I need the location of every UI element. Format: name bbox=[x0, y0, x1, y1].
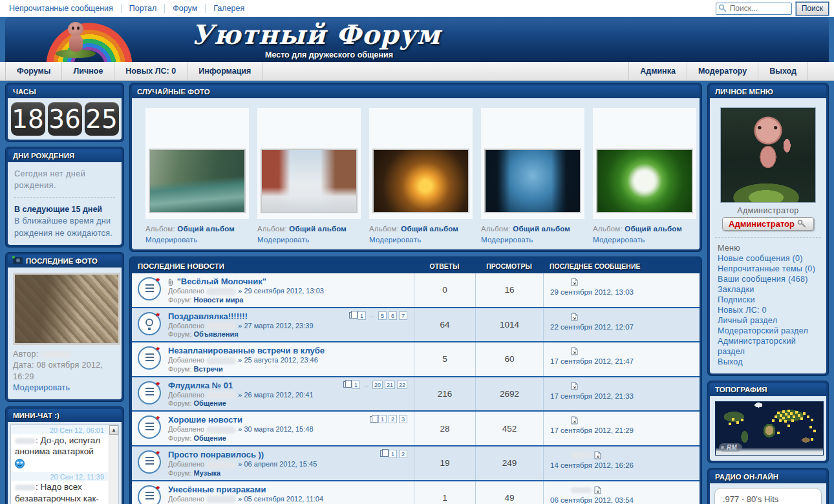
album-link[interactable]: Общий альбом bbox=[401, 225, 458, 233]
toplink-forum[interactable]: Форум bbox=[173, 4, 197, 13]
topic-link[interactable]: Поздравлялка!!!!!!! bbox=[168, 311, 248, 321]
photo-thumbnail[interactable] bbox=[257, 108, 361, 219]
last-photo-block: ПОСЛЕДНИЕ ФОТО Автор: Дата: 08 октября 2… bbox=[5, 252, 124, 402]
forum-link[interactable]: Новости мира bbox=[194, 296, 244, 304]
chat-scrollbar[interactable]: ▲ bbox=[109, 425, 118, 504]
last-post-icon[interactable] bbox=[571, 382, 578, 390]
last-post-icon[interactable] bbox=[571, 278, 578, 286]
news-title: ПОСЛЕДНИЕ НОВОСТИ bbox=[132, 262, 414, 270]
last-post-icon[interactable] bbox=[571, 416, 578, 425]
search-icon bbox=[718, 4, 727, 12]
search-input[interactable] bbox=[716, 3, 792, 15]
menu-item-bookmarks[interactable]: Закладки bbox=[718, 284, 818, 295]
photo-thumbnail[interactable] bbox=[481, 108, 584, 219]
tab-moderator[interactable]: Модератору bbox=[687, 62, 758, 80]
album-link[interactable]: Общий альбом bbox=[289, 225, 347, 233]
radio-block: РАДИО ОН-ЛАЙН .977 - 80's Hits .977 - 90… bbox=[707, 468, 829, 504]
author-blurred bbox=[206, 357, 236, 364]
menu-item-personal-section[interactable]: Личный раздел bbox=[718, 315, 818, 326]
moderate-link[interactable]: Модерировать bbox=[369, 236, 421, 244]
topic-document-star-icon: * bbox=[138, 277, 161, 300]
toplink-portal[interactable]: Портал bbox=[129, 4, 156, 13]
page-button[interactable]: 1 bbox=[378, 415, 387, 423]
page-button[interactable]: 6 bbox=[389, 311, 397, 320]
toplink-gallery[interactable]: Галерея bbox=[213, 4, 244, 13]
menu-item-new-messages[interactable]: Новые сообщения (0) bbox=[718, 253, 818, 264]
scroll-up-icon[interactable]: ▲ bbox=[109, 425, 118, 435]
toplink-unread[interactable]: Непрочитанные сообщения bbox=[9, 4, 113, 13]
moderate-link[interactable]: Модерировать bbox=[257, 236, 309, 244]
table-row: * Поздравлялка!!!!!!! 1 ... 5 6 7 Добавл… bbox=[132, 307, 700, 342]
author-blurred bbox=[206, 392, 236, 399]
attachment-icon bbox=[168, 278, 173, 286]
menu-item-moderator-section[interactable]: Модераторский раздел bbox=[718, 326, 818, 336]
tab-new-pm[interactable]: Новых ЛС: 0 bbox=[114, 62, 187, 80]
photo-thumbnail[interactable] bbox=[369, 108, 473, 219]
header-banner[interactable]: Уютный Форум Место для дружеского общени… bbox=[5, 17, 829, 62]
album-link[interactable]: Общий альбом bbox=[625, 225, 682, 233]
page-button[interactable]: 3 bbox=[399, 415, 407, 423]
topic-link[interactable]: Флудилка № 01 bbox=[168, 381, 233, 390]
tab-logout[interactable]: Выход bbox=[758, 62, 808, 80]
page-button[interactable]: 22 bbox=[397, 381, 407, 389]
forum-link[interactable]: Объявления bbox=[194, 330, 239, 338]
tab-personal[interactable]: Личное bbox=[62, 62, 114, 80]
author-blurred bbox=[206, 426, 236, 434]
chat-message: : До-до, испугал анонима аватаркой bbox=[11, 434, 108, 472]
menu-item-unread-topics[interactable]: Непрочитанные темы (0) bbox=[718, 264, 818, 274]
album-link[interactable]: Общий альбом bbox=[513, 225, 570, 233]
moderate-link[interactable]: Модерировать bbox=[593, 236, 645, 244]
page-button[interactable]: 1 bbox=[358, 311, 366, 320]
last-post-cell: 17 сентября 2012, 21:29 bbox=[543, 412, 700, 445]
moderate-link[interactable]: Модерировать bbox=[481, 236, 533, 244]
minichat-title: МИНИ-ЧАТ :) bbox=[8, 409, 122, 422]
last-photo-thumbnail[interactable] bbox=[13, 273, 120, 345]
photo-thumbnail[interactable] bbox=[593, 108, 696, 219]
flip-clock: 18 36 25 bbox=[8, 98, 122, 140]
page-button[interactable]: 21 bbox=[385, 381, 395, 389]
page-button[interactable]: 7 bbox=[399, 311, 407, 320]
page-button[interactable]: 1 bbox=[352, 381, 360, 389]
birthdays-block: ДНИ РОЖДЕНИЯ Сегодня нет дней рождения. … bbox=[5, 147, 124, 247]
menu-item-new-pm[interactable]: Новых ЛС: 0 bbox=[718, 305, 818, 315]
content-area: ЧАСЫ 18 36 25 ДНИ РОЖДЕНИЯ Сегодня нет д… bbox=[0, 81, 834, 504]
menu-item-your-posts[interactable]: Ваши сообщения (468) bbox=[718, 274, 818, 284]
page-button[interactable]: 1 bbox=[389, 450, 397, 458]
photo-thumbnail[interactable] bbox=[145, 108, 249, 219]
page-button[interactable]: 2 bbox=[389, 415, 397, 423]
moderate-link[interactable]: Модерировать bbox=[145, 236, 197, 244]
last-post-date: 22 сентября 2012, 12:07 bbox=[550, 323, 694, 331]
tab-information[interactable]: Информация bbox=[187, 62, 262, 80]
last-post-icon[interactable] bbox=[571, 313, 578, 321]
photo-card: Альбом: Общий альбом Модерировать bbox=[257, 108, 361, 249]
topic-link[interactable]: Хорошие новости bbox=[168, 415, 242, 425]
page-button[interactable]: 5 bbox=[378, 311, 387, 320]
page-button[interactable]: 2 bbox=[399, 450, 407, 458]
topic-link[interactable]: Просто понравилось )) bbox=[168, 450, 264, 459]
last-post-icon[interactable] bbox=[594, 451, 601, 459]
topic-link[interactable]: "Весёлый Молочник" bbox=[177, 277, 266, 286]
chat-window[interactable]: 20 Сен 12, 06:01 : До-до, испугал аноним… bbox=[10, 425, 119, 504]
topic-link[interactable]: Незапланированные встречи в клубе bbox=[168, 346, 325, 355]
last-post-icon[interactable] bbox=[571, 347, 578, 355]
moderate-link[interactable]: Модерировать bbox=[13, 383, 116, 394]
album-link[interactable]: Общий альбом bbox=[177, 225, 235, 233]
avatar[interactable] bbox=[720, 107, 816, 203]
search-button[interactable]: Поиск bbox=[796, 2, 829, 16]
page-button[interactable]: 20 bbox=[372, 381, 383, 389]
last-post-icon[interactable] bbox=[594, 486, 601, 494]
forum-link[interactable]: Встречи bbox=[194, 365, 223, 373]
smiley-cool-icon bbox=[15, 459, 25, 468]
pages-icon bbox=[370, 416, 375, 423]
forum-link[interactable]: Общение bbox=[194, 434, 226, 442]
tab-forums[interactable]: Форумы bbox=[5, 62, 62, 80]
radio-station[interactable]: .977 - 80's Hits bbox=[715, 488, 821, 504]
tab-admin[interactable]: Админка bbox=[628, 62, 687, 80]
forum-link[interactable]: Общение bbox=[194, 399, 226, 407]
forum-link[interactable]: Музыка bbox=[194, 469, 221, 477]
menu-item-logout[interactable]: Выход bbox=[718, 357, 818, 367]
menu-item-subscriptions[interactable]: Подписки bbox=[718, 295, 818, 305]
topic-link[interactable]: Унесённые призраками bbox=[168, 485, 266, 494]
menu-item-admin-section[interactable]: Администраторский раздел bbox=[718, 336, 818, 357]
author-blurred bbox=[206, 288, 236, 295]
